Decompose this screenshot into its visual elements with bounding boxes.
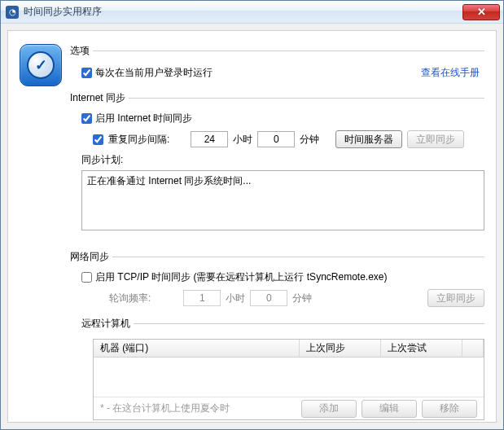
run-on-login-row[interactable]: 每次在当前用户登录时运行	[81, 64, 213, 81]
app-window: ◔ 时间同步实用程序 ✕ ✓ 选项 每次在当前用户登录时运行	[0, 0, 504, 430]
window-title: 时间同步实用程序	[24, 5, 462, 19]
col-machine-header[interactable]: 机器 (端口)	[94, 340, 300, 357]
remote-table: 机器 (端口) 上次同步 上次尝试 * - 在这台计算机上使用夏令时 添加 编辑	[93, 339, 484, 420]
remote-table-body[interactable]	[94, 358, 484, 397]
lan-enable-checkbox[interactable]	[81, 272, 92, 283]
app-title-icon: ◔	[6, 6, 19, 19]
lan-sync-group: 网络同步 启用 TCP/IP 时间同步 (需要在远程计算机上运行 tSyncRe…	[70, 250, 484, 427]
internet-enable-label: 启用 Internet 时间同步	[95, 112, 192, 125]
time-servers-button[interactable]: 时间服务器	[335, 130, 402, 148]
options-legend: 选项	[70, 44, 93, 58]
minutes-unit-label: 分钟	[300, 133, 319, 147]
internet-minutes-input[interactable]	[257, 131, 295, 147]
internet-hours-input[interactable]	[191, 131, 228, 147]
remote-table-footer: * - 在这台计算机上使用夏令时 添加 编辑 移除	[94, 397, 484, 419]
add-button[interactable]: 添加	[301, 400, 357, 418]
internet-enable-row[interactable]: 启用 Internet 时间同步	[70, 110, 484, 127]
remove-button[interactable]: 移除	[422, 400, 477, 418]
hours-unit-label: 小时	[233, 133, 252, 147]
internet-enable-checkbox[interactable]	[81, 113, 92, 124]
lan-hours-input[interactable]	[183, 290, 221, 306]
content-outer: ✓ 选项 每次在当前用户登录时运行 查看在线手册	[1, 24, 503, 429]
titlebar[interactable]: ◔ 时间同步实用程序 ✕	[1, 1, 503, 24]
col-last-try-header[interactable]: 上次尝试	[381, 340, 462, 357]
lan-hours-unit-label: 小时	[226, 292, 245, 305]
repeat-interval-checkbox[interactable]	[93, 134, 103, 145]
lan-minutes-input[interactable]	[250, 290, 287, 306]
run-on-login-label: 每次在当前用户登录时运行	[95, 66, 213, 80]
col-spacer-header	[462, 340, 484, 357]
remote-computers-group: 远程计算机 机器 (端口) 上次同步 上次尝试 *	[81, 317, 484, 423]
lan-sync-legend: 网络同步	[70, 250, 112, 264]
sync-plan-text: 正在准备通过 Internet 同步系统时间...	[87, 174, 479, 188]
remote-table-header: 机器 (端口) 上次同步 上次尝试	[94, 340, 484, 358]
run-on-login-checkbox[interactable]	[81, 68, 92, 78]
app-icon: ✓	[20, 44, 62, 86]
internet-sync-legend: Internet 同步	[70, 91, 129, 105]
sync-plan-box: 正在准备通过 Internet 同步系统时间...	[81, 170, 484, 230]
close-icon: ✕	[477, 6, 486, 18]
lan-enable-row[interactable]: 启用 TCP/IP 时间同步 (需要在远程计算机上运行 tSyncRemote.…	[70, 269, 484, 286]
remote-computers-legend: 远程计算机	[81, 317, 134, 331]
repeat-interval-label: 重复同步间隔:	[108, 133, 169, 147]
dst-hint: * - 在这台计算机上使用夏令时	[100, 401, 296, 415]
lan-sync-now-button[interactable]: 立即同步	[427, 289, 484, 307]
online-manual-link[interactable]: 查看在线手册	[421, 66, 480, 80]
edit-button[interactable]: 编辑	[362, 400, 417, 418]
sync-plan-label: 同步计划:	[70, 153, 484, 169]
poll-freq-label: 轮询频率:	[109, 292, 151, 305]
content-frame: ✓ 选项 每次在当前用户登录时运行 查看在线手册	[7, 30, 497, 423]
lan-minutes-unit-label: 分钟	[292, 292, 312, 305]
options-group: 选项 每次在当前用户登录时运行 查看在线手册	[70, 44, 484, 86]
bottom-bar: 应用	[70, 427, 484, 429]
close-button[interactable]: ✕	[462, 4, 500, 20]
clock-check-icon: ✓	[27, 51, 55, 79]
internet-sync-now-button[interactable]: 立即同步	[407, 130, 464, 148]
internet-sync-group: Internet 同步 启用 Internet 时间同步 重复同步间隔: 小时	[70, 91, 484, 234]
lan-enable-label: 启用 TCP/IP 时间同步 (需要在远程计算机上运行 tSyncRemote.…	[95, 270, 388, 284]
col-last-sync-header[interactable]: 上次同步	[300, 340, 381, 357]
